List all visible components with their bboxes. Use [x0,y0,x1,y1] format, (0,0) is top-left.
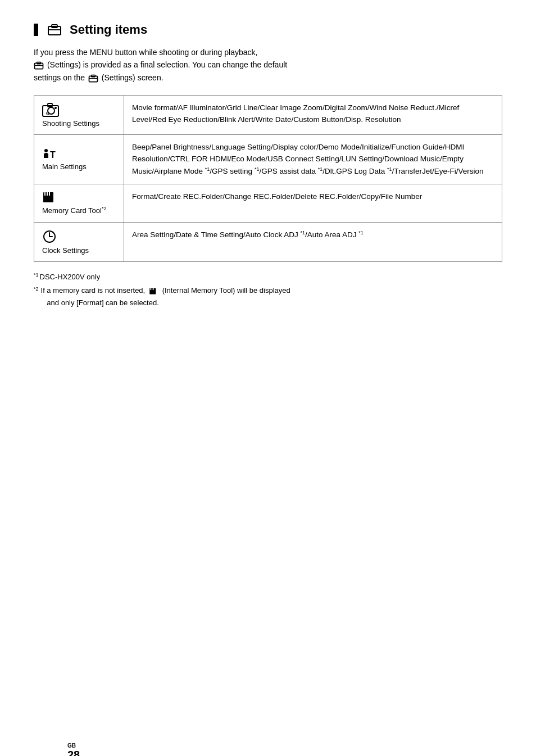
svg-point-14 [44,149,48,152]
shooting-settings-desc: Movie format/AF Illuminator/Grid Line/Cl… [124,96,502,135]
black-bar-accent [34,24,38,36]
intro-line3b: (Settings) screen. [102,73,163,82]
main-settings-icon: T [42,148,58,160]
main-settings-desc: Beep/Panel Brightness/Language Setting/D… [124,135,502,184]
intro-line3: settings on the [34,73,87,82]
intro-line1: If you press the MENU button while shoot… [34,48,257,57]
settings-icon-inline-1 [34,61,44,70]
svg-rect-26 [152,288,152,290]
settings-table: ⚙ Shooting Settings Movie format/AF Illu… [34,95,502,262]
shooting-settings-cell: ⚙ Shooting Settings [34,96,124,135]
svg-text:⚙: ⚙ [46,111,50,116]
svg-rect-18 [47,192,48,196]
clock-settings-label: Clock Settings [42,229,116,255]
footnote-1-sup: *1 [34,271,39,283]
memory-card-description: Format/Create REC.Folder/Change REC.Fold… [132,192,422,201]
table-row: ⚙ Shooting Settings Movie format/AF Illu… [34,96,502,135]
internal-memory-icon [149,287,158,295]
footnotes: *1 DSC-HX200V only *2 If a memory card i… [34,271,502,310]
table-row: Clock Settings Area Setting/Date & Time … [34,222,502,261]
main-settings-svg-icon: T [42,148,58,160]
footnote-1-text: DSC-HX200V only [40,271,101,283]
footnote-1: *1 DSC-HX200V only [34,271,502,283]
page-header: Setting items [34,22,502,37]
settings-icon [47,24,62,36]
memory-card-icon [42,191,57,203]
svg-text:T: T [50,150,56,160]
footnote-2-text: If a memory card is not inserted, (Inter… [41,284,290,309]
memory-card-desc: Format/Create REC.Folder/Change REC.Fold… [124,184,502,222]
table-row: T Main Settings Beep/Panel Brightness/La… [34,135,502,184]
page-title: Setting items [70,22,147,37]
settings-icon-inline-2 [88,74,98,83]
page-number: 28 [67,749,80,756]
memory-card-name: Memory Card Tool*2 [42,206,106,215]
main-settings-name: Main Settings [42,162,87,171]
svg-rect-17 [44,192,46,196]
main-settings-description: Beep/Panel Brightness/Language Setting/D… [132,143,484,175]
main-settings-label: T Main Settings [42,148,116,171]
intro-paragraph: If you press the MENU button while shoot… [34,46,494,84]
shooting-settings-label: ⚙ Shooting Settings [42,102,116,128]
table-row: Memory Card Tool*2 Format/Create REC.Fol… [34,184,502,222]
clock-settings-name: Clock Settings [42,246,89,255]
page-number-area: GB 28 [67,743,80,756]
main-settings-cell: T Main Settings [34,135,124,184]
svg-rect-25 [151,288,151,290]
shooting-settings-description: Movie format/AF Illuminator/Grid Line/Cl… [132,103,459,124]
memory-card-cell: Memory Card Tool*2 [34,184,124,222]
svg-rect-27 [153,288,154,290]
footnote-2: *2 If a memory card is not inserted, (In… [34,284,502,309]
svg-point-12 [54,107,57,109]
memory-card-label: Memory Card Tool*2 [42,191,116,215]
locale-label: GB [67,743,80,749]
clock-settings-cell: Clock Settings [34,222,124,261]
footnote-2-sup: *2 [34,285,39,297]
clock-settings-description: Area Setting/Date & Time Setting/Auto Cl… [132,230,364,239]
clock-settings-icon [42,229,57,244]
intro-line2: (Settings) is provided as a final select… [47,60,287,69]
clock-settings-desc: Area Setting/Date & Time Setting/Auto Cl… [124,222,502,261]
shooting-settings-icon: ⚙ [42,102,60,117]
shooting-settings-name: Shooting Settings [42,119,99,128]
svg-rect-19 [49,192,50,196]
